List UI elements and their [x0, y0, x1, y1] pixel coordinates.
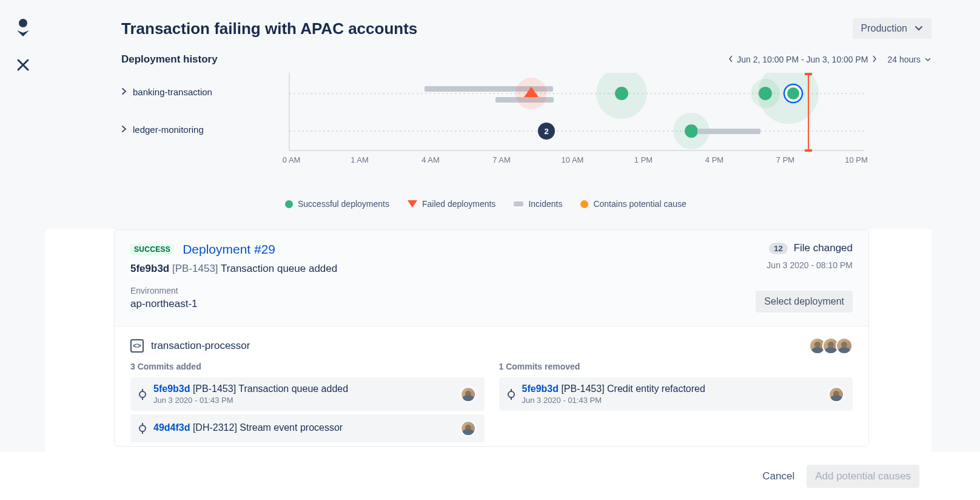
environment-label: Environment [130, 286, 756, 296]
svg-point-16 [787, 87, 799, 100]
deployment-card: SUCCESS Deployment #29 5fe9b3d [PB-1453]… [114, 229, 869, 447]
service-row-ledger[interactable]: ledger-monitoring [121, 110, 282, 148]
svg-text:1 PM: 1 PM [634, 155, 653, 164]
code-icon: <> [130, 339, 144, 353]
service-name: ledger-monitoring [133, 124, 204, 135]
avatar [836, 337, 853, 354]
svg-rect-19 [697, 129, 760, 134]
service-name: banking-transaction [133, 87, 212, 97]
repo-name: transaction-processor [151, 340, 250, 352]
timeline-legend: Successful deployments Failed deployment… [45, 194, 931, 218]
select-deployment-button[interactable]: Select deployment [756, 291, 853, 312]
chevron-right-icon [872, 55, 877, 64]
time-range-nav[interactable]: Jun 2, 10:00 PM - Jun 3, 10:00 PM [728, 55, 876, 64]
duration-label: 24 hours [888, 55, 921, 64]
avatar [460, 387, 476, 402]
chevron-down-icon [924, 55, 931, 64]
incident-bar-icon [514, 201, 523, 206]
timeline-chart: 2 10 AM 1 AM 4 AM 7 AM 10 AM 1 PM 4 PM [282, 73, 931, 194]
footer: Cancel Add potential causes [0, 452, 980, 500]
commits-removed-header: 1 Commits removed [499, 362, 853, 371]
deployment-history-label: Deployment history [121, 53, 218, 66]
deployment-link[interactable]: Deployment #29 [183, 242, 275, 257]
svg-point-13 [759, 87, 772, 100]
commit-row[interactable]: 5fe9b3d [PB-1453] Transaction queue adde… [130, 377, 485, 411]
status-badge: SUCCESS [130, 244, 174, 255]
chevron-down-icon [915, 25, 923, 32]
deployment-timestamp: Jun 3 2020 - 08:10 PM [756, 260, 853, 270]
chevron-right-icon [121, 87, 127, 97]
avatar [460, 421, 476, 436]
page-title: Transaction failing with APAC accounts [121, 19, 417, 38]
add-potential-causes-button[interactable]: Add potential causes [807, 465, 919, 488]
svg-point-10 [615, 87, 628, 100]
svg-text:7 PM: 7 PM [776, 155, 794, 164]
left-rail [0, 0, 45, 500]
svg-rect-23 [805, 73, 812, 75]
time-range-label: Jun 2, 10:00 PM - Jun 3, 10:00 PM [737, 55, 868, 64]
svg-text:1 AM: 1 AM [351, 155, 369, 164]
environment-value: ap-northeast-1 [130, 298, 756, 310]
svg-text:10 AM: 10 AM [562, 155, 584, 164]
svg-point-18 [685, 124, 698, 138]
chevron-left-icon [728, 55, 733, 64]
contributor-avatars[interactable] [813, 337, 853, 354]
svg-text:2: 2 [544, 127, 548, 136]
svg-text:10 PM: 10 PM [845, 155, 868, 164]
avatar-icon[interactable] [15, 18, 32, 40]
success-dot-icon [285, 200, 293, 208]
service-row-banking[interactable]: banking-transaction [121, 73, 282, 110]
failed-triangle-icon [408, 200, 417, 208]
cancel-button[interactable]: Cancel [762, 470, 794, 482]
svg-text:4 PM: 4 PM [705, 155, 723, 164]
commit-summary: 5fe9b3d [PB-1453] Transaction queue adde… [130, 263, 756, 275]
files-count-badge: 12 [769, 243, 787, 254]
svg-text:4 AM: 4 AM [421, 155, 440, 164]
commit-icon [139, 391, 146, 398]
svg-text:10 AM: 10 AM [282, 155, 300, 164]
commit-icon [508, 391, 515, 398]
commits-added-header: 3 Commits added [130, 362, 485, 371]
duration-selector[interactable]: 24 hours [888, 55, 931, 64]
environment-selector-label: Production [861, 23, 908, 34]
commit-row[interactable]: 49d4f3d [DH-2312] Stream event processor [130, 414, 485, 442]
commit-icon [139, 425, 146, 432]
close-icon[interactable] [16, 58, 30, 74]
environment-selector[interactable]: Production [853, 18, 932, 39]
commit-row[interactable]: 5fe9b3d [PB-1453] Credit entity refactor… [499, 377, 853, 411]
potential-dot-icon [580, 200, 588, 208]
files-changed-label: File changed [794, 242, 853, 254]
avatar [828, 387, 844, 402]
svg-text:7 AM: 7 AM [492, 155, 511, 164]
svg-point-0 [19, 19, 27, 27]
chevron-right-icon [121, 124, 127, 135]
svg-rect-24 [805, 149, 812, 152]
